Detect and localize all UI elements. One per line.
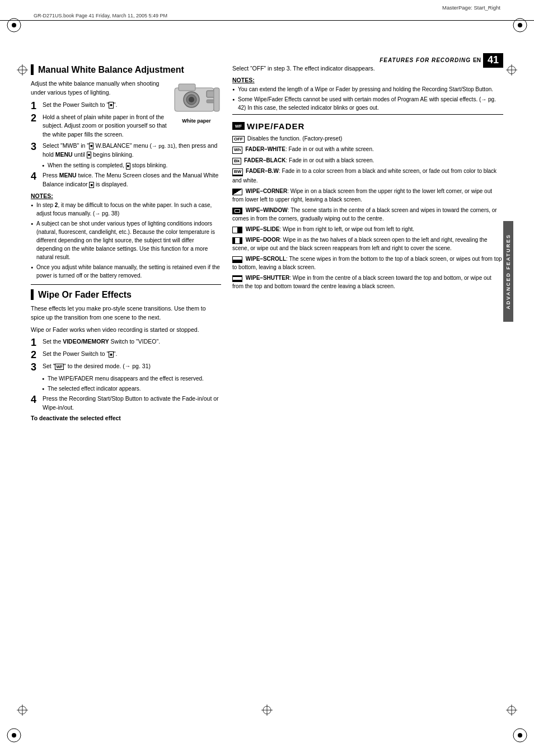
right-column: Select “OFF” in step 3. The effect indic… — [232, 64, 503, 711]
main-content: Manual White Balance Adjustment — [31, 64, 503, 711]
crosshair-bc — [261, 705, 273, 717]
corner-circle-bl — [6, 727, 22, 745]
camera-svg — [172, 79, 221, 116]
svg-point-4 — [189, 97, 194, 102]
svg-point-30 — [518, 733, 522, 738]
section-en: EN — [473, 57, 481, 63]
right-note-1: You can extend the length of a Wipe or F… — [232, 85, 503, 93]
wipe-entry-door: WIPE–DOOR: Wipe in as the two halves of … — [232, 236, 503, 252]
note-wb-3: Once you adjust white balance manually, … — [31, 263, 221, 280]
note-wb-2: A subject can be shot under various type… — [31, 219, 221, 261]
tag-bk: Bk — [232, 158, 241, 165]
wb-indicator-icon: ■ — [89, 182, 94, 189]
icon-corner — [232, 189, 242, 195]
deactivate-text: Select “OFF” in step 3. The effect indic… — [232, 64, 503, 73]
stop-icon: ■ — [126, 163, 131, 170]
step3-subnote: When the setting is completed, ■ stops b… — [42, 161, 221, 170]
page-container: MasterPage: Start_Right GR-D271US.book P… — [0, 0, 534, 756]
advanced-features-sidebar: ADVANCED FEATURES — [503, 221, 513, 322]
wipe-step-4: 4 Press the Recording Start/Stop Button … — [31, 395, 221, 412]
tag-bw: BW — [232, 168, 243, 176]
wipe-entry-bw: BW FADER–B.W: Fade in to a color screen … — [232, 167, 503, 185]
right-note-2: Some Wipe/Fader Effects cannot be used w… — [232, 95, 503, 112]
section-label: FEATURES FOR RECORDING — [380, 57, 471, 63]
crosshair-br — [506, 705, 517, 717]
corner-circle-tl — [6, 17, 22, 35]
wipe-step4-text: Press the Recording Start/Stop Button to… — [43, 395, 221, 412]
icon-door — [232, 237, 242, 244]
svg-rect-1 — [179, 84, 195, 91]
wipe-step-1: 1 Set the VIDEO/MEMORY Switch to "VIDEO"… — [31, 337, 221, 348]
step-2: 2 Hold a sheet of plain white paper in f… — [31, 113, 167, 139]
wipe-step-2: 2 Set the Power Switch to "■". — [31, 350, 221, 360]
svg-rect-6 — [207, 100, 214, 103]
mode-icon-wipe-step2: ■ — [109, 351, 114, 358]
wipe-fader-icon: WF — [232, 122, 245, 130]
image-caption: White paper — [172, 118, 221, 124]
wipe-entry-white: Wh FADER–WHITE: Fade in or out with a wh… — [232, 145, 503, 153]
wipe-section-divider — [232, 114, 503, 115]
file-info-bar: GR-D271US.book Page 41 Friday, March 11,… — [0, 12, 534, 21]
wipe-intro-2: Wipe or Fader works when video recording… — [31, 326, 221, 335]
wipe-fader-heading: WF WIPE/FADER — [232, 121, 503, 131]
wb-icon: ■ — [89, 143, 94, 149]
wipe-entry-off: OFF Disables the function. (Factory-pres… — [232, 134, 503, 143]
step-1: 1 Set the Power Switch to "■". — [31, 101, 167, 111]
wipe-entry-corner: WIPE–CORNER: Wipe in on a black screen f… — [232, 187, 503, 204]
svg-rect-7 — [214, 88, 219, 111]
sidebar-label: ADVANCED FEATURES — [505, 234, 511, 309]
wipe-entry-slide: WIPE–SLIDE: Wipe in from right to left, … — [232, 225, 503, 233]
icon-window — [232, 208, 242, 214]
wipe-entry-shutter: WIPE–SHUTTER: Wipe in from the centre of… — [232, 274, 503, 290]
icon-shutter — [232, 275, 242, 282]
wipe-intro-1: These effects let you make pro-style sce… — [31, 304, 221, 322]
deactivate-label: To deactivate the selected effect — [31, 415, 221, 421]
blink-icon: ■ — [87, 152, 92, 158]
masterpage-label: MasterPage: Start_Right — [0, 0, 534, 12]
wf-icon-step3: WF — [55, 364, 64, 370]
left-column: Manual White Balance Adjustment — [31, 64, 221, 711]
wipe-entry-scroll: WIPE–SCROLL: The scene wipes in from the… — [232, 255, 503, 271]
svg-point-28 — [12, 733, 16, 738]
tag-off: OFF — [232, 136, 245, 143]
crosshair-bl — [17, 705, 28, 717]
wipe-entry-window: WIPE–WINDOW: The scene starts in the cen… — [232, 206, 503, 223]
mode-icon-step1: ■ — [109, 102, 114, 109]
svg-point-24 — [12, 23, 16, 27]
camera-image-wrap: White paper — [172, 79, 221, 124]
wipe-bullet-1: The WIPE/FADER menu disappears and the e… — [42, 374, 221, 383]
wipe-bullet-2: The selected effect indicator appears. — [42, 384, 221, 393]
wipe-step-3: 3 Set "WF" to the desired mode. (→ pg. 3… — [31, 362, 221, 372]
notes-header-right: NOTES: — [232, 77, 503, 83]
wipe-entry-black: Bk FADER–BLACK: Fade in or out with a bl… — [232, 156, 503, 165]
tag-wh: Wh — [232, 147, 242, 153]
crosshair-tr — [506, 64, 517, 77]
corner-circle-tr — [512, 17, 528, 35]
step-4: 4 Press MENU twice. The Menu Screen clos… — [31, 171, 221, 189]
wipe-fader-title: WIPE/FADER — [247, 121, 305, 131]
step-3: 3 Select "MWB" in "■ W.BALANCE" menu (→ … — [31, 142, 221, 159]
corner-circle-br — [512, 727, 528, 745]
divider-1 — [31, 284, 221, 285]
note-wb-1: In step 2, it may be difficult to focus … — [31, 201, 221, 218]
icon-slide — [232, 227, 242, 233]
file-info-text: GR-D271US.book Page 41 Friday, March 11,… — [34, 13, 167, 18]
masterpage-text: MasterPage: Start_Right — [442, 4, 500, 11]
section-title-white-balance: Manual White Balance Adjustment — [31, 64, 221, 75]
section-title-wipe-fader: Wipe Or Fader Effects — [31, 289, 221, 300]
svg-point-26 — [518, 23, 522, 27]
crosshair-tl — [17, 64, 28, 77]
icon-scroll — [232, 256, 242, 263]
notes-header-wb: NOTES: — [31, 192, 221, 199]
